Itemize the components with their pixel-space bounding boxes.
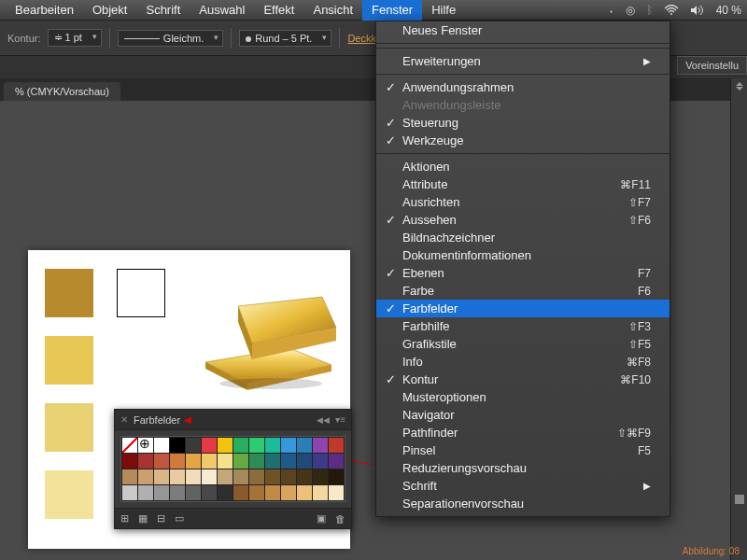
gold-swatch-1[interactable] bbox=[45, 269, 93, 317]
swatch-cell[interactable] bbox=[122, 454, 137, 469]
swatch-cell[interactable] bbox=[329, 485, 344, 500]
menu-item-schrift[interactable]: Schrift▶ bbox=[376, 477, 669, 495]
swatch-cell[interactable] bbox=[281, 438, 296, 453]
swatch-cell[interactable] bbox=[233, 485, 248, 500]
swatch-cell[interactable] bbox=[170, 454, 185, 469]
swatch-cell[interactable] bbox=[170, 438, 185, 453]
swatch-cell[interactable] bbox=[186, 454, 201, 469]
swatch-cell[interactable] bbox=[186, 469, 201, 484]
stroke-width-combo[interactable]: ≑1 pt bbox=[48, 29, 101, 47]
new-group-icon[interactable]: ▭ bbox=[175, 512, 184, 525]
swatch-cell[interactable] bbox=[186, 438, 201, 453]
menu-objekt[interactable]: Objekt bbox=[83, 0, 137, 21]
menu-auswahl[interactable]: Auswahl bbox=[190, 0, 254, 21]
menu-item-grafikstile[interactable]: Grafikstile⇧F5 bbox=[376, 335, 669, 353]
swatch-cell[interactable] bbox=[233, 469, 248, 484]
dock-swatch-icon[interactable] bbox=[735, 495, 744, 504]
swatch-cell[interactable] bbox=[154, 454, 169, 469]
swatch-cell[interactable] bbox=[138, 438, 153, 453]
menu-item-aussehen[interactable]: ✓Aussehen⇧F6 bbox=[376, 211, 669, 229]
dropbox-icon[interactable]: ⬪ bbox=[608, 4, 614, 17]
swatch-cell[interactable] bbox=[265, 485, 280, 500]
swatch-cell[interactable] bbox=[249, 438, 264, 453]
gold-swatch-4[interactable] bbox=[45, 470, 93, 519]
menu-item-werkzeuge[interactable]: ✓Werkzeuge bbox=[376, 132, 669, 149]
swatch-cell[interactable] bbox=[218, 438, 233, 453]
swatch-cell[interactable] bbox=[233, 438, 248, 453]
new-swatch-icon[interactable]: ▣ bbox=[317, 512, 326, 525]
menu-schrift[interactable]: Schrift bbox=[136, 0, 190, 21]
stroke-cap-combo[interactable]: Rund – 5 Pt. bbox=[239, 30, 331, 47]
panel-header[interactable]: ✕ Farbfelder ◀ ◀◀ ▾≡ bbox=[115, 410, 351, 430]
menu-item-aktionen[interactable]: Aktionen bbox=[376, 158, 669, 175]
menu-item-separationenvorschau[interactable]: Separationenvorschau bbox=[376, 495, 669, 512]
swatch-cell[interactable] bbox=[154, 469, 169, 484]
menu-effekt[interactable]: Effekt bbox=[254, 0, 303, 21]
swatch-cell[interactable] bbox=[313, 454, 328, 469]
swatch-cell[interactable] bbox=[249, 469, 264, 484]
swatch-cell[interactable] bbox=[218, 485, 233, 500]
swatch-cell[interactable] bbox=[122, 469, 137, 484]
menu-item-anwendungsrahmen[interactable]: ✓Anwendungsrahmen bbox=[376, 78, 669, 96]
swatch-cell[interactable] bbox=[265, 454, 280, 469]
swatch-cell[interactable] bbox=[249, 485, 264, 500]
cc-icon[interactable]: ◎ bbox=[626, 4, 635, 17]
menu-item-ausrichten[interactable]: Ausrichten⇧F7 bbox=[376, 193, 669, 211]
swatch-cell[interactable] bbox=[313, 438, 328, 453]
swatch-cell[interactable] bbox=[202, 485, 217, 500]
menu-hilfe[interactable]: Hilfe bbox=[422, 0, 465, 21]
swatches-panel[interactable]: ✕ Farbfelder ◀ ◀◀ ▾≡ ⊞ ▦ ⊟ ▭ ▣ 🗑 bbox=[114, 409, 352, 529]
empty-swatch[interactable] bbox=[117, 269, 165, 317]
swatch-cell[interactable] bbox=[202, 438, 217, 453]
menu-item-erweiterungen[interactable]: Erweiterungen▶ bbox=[376, 52, 669, 70]
panel-collapse-icon[interactable]: ◀◀ bbox=[317, 415, 330, 425]
swatch-cell[interactable] bbox=[297, 438, 312, 453]
menu-item-pathfinder[interactable]: Pathfinder⇧⌘F9 bbox=[376, 424, 669, 441]
swatch-cell[interactable] bbox=[281, 454, 296, 469]
menu-item-bildnachzeichner[interactable]: Bildnachzeichner bbox=[376, 229, 669, 246]
swatch-grid[interactable] bbox=[120, 436, 345, 502]
swatch-cell[interactable] bbox=[297, 469, 312, 484]
swatch-cell[interactable] bbox=[281, 469, 296, 484]
swatch-cell[interactable] bbox=[122, 438, 137, 453]
swatch-cell[interactable] bbox=[122, 485, 137, 500]
bluetooth-icon[interactable]: ᛒ bbox=[646, 4, 653, 17]
gold-swatch-2[interactable] bbox=[45, 336, 93, 385]
document-tab[interactable]: % (CMYK/Vorschau) bbox=[4, 82, 120, 101]
swatch-cell[interactable] bbox=[249, 454, 264, 469]
preferences-button[interactable]: Voreinstellu bbox=[677, 56, 747, 75]
swatch-cell[interactable] bbox=[138, 454, 153, 469]
swatch-cell[interactable] bbox=[281, 485, 296, 500]
menu-item-ebenen[interactable]: ✓EbenenF7 bbox=[376, 264, 669, 282]
menu-item-attribute[interactable]: Attribute⌘F11 bbox=[376, 175, 669, 193]
swatch-cell[interactable] bbox=[297, 485, 312, 500]
gold-swatch-3[interactable] bbox=[45, 403, 93, 452]
menu-item-navigator[interactable]: Navigator bbox=[376, 406, 669, 424]
menu-item-kontur[interactable]: ✓Kontur⌘F10 bbox=[376, 371, 669, 388]
swatch-library-icon[interactable]: ⊞ bbox=[120, 512, 129, 525]
menu-item-info[interactable]: Info⌘F8 bbox=[376, 353, 669, 371]
menu-item-pinsel[interactable]: PinselF5 bbox=[376, 441, 669, 459]
swatch-cell[interactable] bbox=[186, 485, 201, 500]
swatch-cell[interactable] bbox=[329, 454, 344, 469]
swatch-cell[interactable] bbox=[313, 469, 328, 484]
swatch-cell[interactable] bbox=[170, 469, 185, 484]
wifi-icon[interactable] bbox=[664, 5, 679, 16]
volume-icon[interactable] bbox=[690, 5, 705, 16]
swatch-cell[interactable] bbox=[265, 469, 280, 484]
panel-close-icon[interactable]: ✕ bbox=[120, 414, 128, 425]
swatch-cell[interactable] bbox=[218, 454, 233, 469]
menu-item-farbe[interactable]: FarbeF6 bbox=[376, 282, 669, 300]
swatch-cell[interactable] bbox=[154, 438, 169, 453]
swatch-cell[interactable] bbox=[265, 438, 280, 453]
swatch-cell[interactable] bbox=[329, 469, 344, 484]
dock-collapse-icon[interactable] bbox=[734, 82, 745, 93]
swatch-cell[interactable] bbox=[233, 454, 248, 469]
swatch-cell[interactable] bbox=[202, 454, 217, 469]
menu-fenster[interactable]: Fenster bbox=[362, 0, 422, 21]
menu-bearbeiten[interactable]: Bearbeiten bbox=[6, 0, 83, 21]
menu-item-steuerung[interactable]: ✓Steuerung bbox=[376, 114, 669, 132]
menu-item-farbhilfe[interactable]: Farbhilfe⇧F3 bbox=[376, 317, 669, 335]
menu-item-dokumentinformationen[interactable]: Dokumentinformationen bbox=[376, 246, 669, 264]
swatch-options-icon[interactable]: ⊟ bbox=[157, 512, 165, 525]
